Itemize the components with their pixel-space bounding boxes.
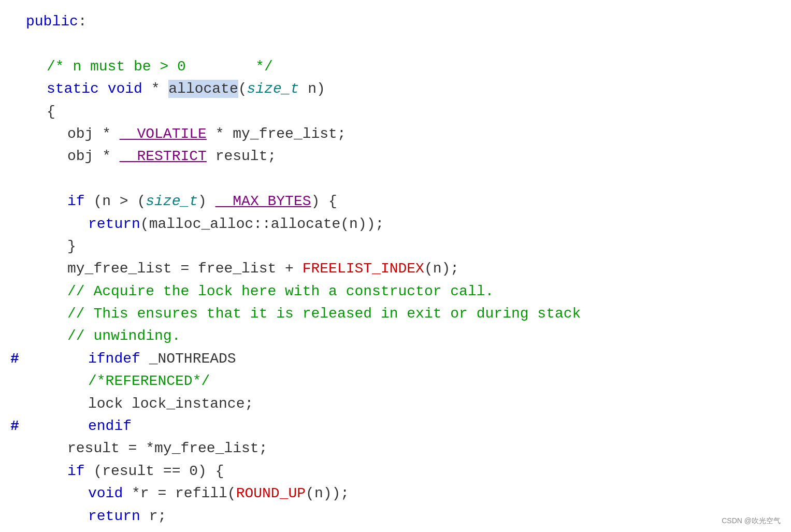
line-content: endif	[26, 415, 791, 437]
line-content: // unwinding.	[26, 325, 791, 347]
code-line: my_free_list = free_list + FREELIST_INDE…	[10, 257, 791, 280]
code-line: if (result == 0) {	[10, 460, 791, 482]
code-line: }	[10, 235, 791, 257]
code-line: if (n > (size_t) __MAX_BYTES) {	[10, 190, 791, 212]
code-line: /*REFERENCED*/	[10, 370, 791, 392]
line-content: my_free_list = free_list + FREELIST_INDE…	[26, 257, 791, 280]
line-content: {	[26, 100, 791, 123]
line-content: // This ensures that it is released in e…	[26, 303, 791, 325]
code-container: public: /* n must be > 0 */ static void …	[0, 0, 791, 532]
line-content: return(malloc_alloc::allocate(n));	[26, 213, 791, 235]
code-line: // unwinding.	[10, 325, 791, 347]
gutter: #	[10, 348, 26, 370]
code-line: static void * allocate(size_t n)	[10, 78, 791, 100]
line-content	[26, 168, 791, 190]
code-line: obj * __RESTRICT result;	[10, 145, 791, 167]
gutter: #	[10, 415, 26, 437]
code-line: # ifndef _NOTHREADS	[10, 348, 791, 370]
line-content: obj * __RESTRICT result;	[26, 145, 791, 167]
code-line: // Acquire the lock here with a construc…	[10, 280, 791, 303]
line-content: obj * __VOLATILE * my_free_list;	[26, 123, 791, 145]
line-content: result = *my_free_list;	[26, 437, 791, 459]
line-content	[26, 33, 791, 55]
code-line: result = *my_free_list;	[10, 437, 791, 459]
code-line: obj * __VOLATILE * my_free_list;	[10, 123, 791, 145]
line-content: if (n > (size_t) __MAX_BYTES) {	[26, 190, 791, 212]
code-line: // This ensures that it is released in e…	[10, 303, 791, 325]
code-line: /* n must be > 0 */	[10, 55, 791, 78]
line-content: void *r = refill(ROUND_UP(n));	[26, 482, 791, 505]
code-line: return(malloc_alloc::allocate(n));	[10, 213, 791, 235]
line-content: if (result == 0) {	[26, 460, 791, 482]
code-line: # endif	[10, 415, 791, 437]
line-content: return r;	[26, 505, 791, 527]
code-line	[10, 168, 791, 190]
code-line: void *r = refill(ROUND_UP(n));	[10, 482, 791, 505]
code-line: public:	[10, 10, 791, 33]
line-content: }	[26, 235, 791, 257]
line-content: /*REFERENCED*/	[26, 370, 791, 392]
code-line	[10, 33, 791, 55]
code-line: lock lock_instance;	[10, 393, 791, 415]
line-content: static void * allocate(size_t n)	[26, 78, 791, 100]
line-content: public:	[26, 10, 791, 33]
line-content: ifndef _NOTHREADS	[26, 348, 791, 370]
code-line: return r;	[10, 505, 791, 527]
code-line: {	[10, 100, 791, 123]
line-content: lock lock_instance;	[26, 393, 791, 415]
line-content: // Acquire the lock here with a construc…	[26, 280, 791, 303]
watermark: CSDN @吹光空气	[722, 515, 781, 527]
line-content: /* n must be > 0 */	[26, 55, 791, 78]
